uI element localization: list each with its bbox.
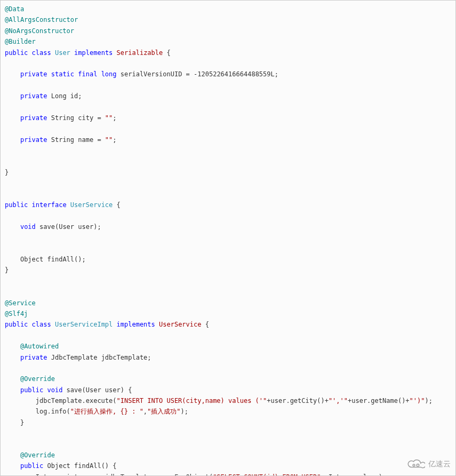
kw-public: public (20, 386, 43, 394)
log-a: log.info( (36, 408, 70, 415)
semicolon: ; (113, 136, 116, 144)
brace: { (205, 321, 209, 328)
kw-public: public (5, 201, 28, 209)
kw-long: long (97, 70, 116, 78)
iface-userservice: UserService (155, 321, 205, 328)
code-block: @Data @AllArgsConstructor @NoArgsConstru… (0, 0, 456, 476)
kw-private: private (20, 70, 47, 78)
class-user: User (51, 49, 74, 57)
serial-uid: serialVersionUID = -1205226416664488559L… (117, 70, 278, 78)
kw-public: public (5, 49, 28, 57)
field-city: String city = (47, 114, 105, 122)
kw-private: private (20, 92, 47, 100)
annotation-override: @Override (20, 451, 55, 459)
kw-static: static (47, 70, 74, 78)
log-msg-1: "进行插入操作, {} : " (70, 408, 143, 415)
save-sql-3: "')" (410, 397, 425, 404)
empty-string: "" (105, 114, 113, 122)
kw-public: public (5, 321, 28, 328)
save-end: ); (425, 397, 433, 404)
annotation-data: @Data (5, 5, 24, 13)
iface-serializable: Serializable (113, 49, 166, 57)
field-id: Long id; (47, 92, 82, 100)
findall-end: , Integer.class); (321, 473, 386, 476)
save-exec-a: jdbcTemplate.execute( (36, 397, 117, 404)
kw-implements: implements (74, 49, 113, 57)
comma: , (143, 408, 147, 415)
close-brace: } (20, 419, 24, 426)
svg-point-0 (413, 464, 415, 466)
empty-string: "" (105, 136, 113, 144)
method-findall: Object findAll() { (43, 462, 116, 470)
watermark-text: 亿速云 (428, 458, 451, 471)
kw-interface: interface (28, 201, 66, 209)
kw-private: private (20, 114, 47, 122)
annotation-slf4j: @Slf4j (5, 310, 28, 318)
cloud-icon (406, 458, 425, 470)
watermark: 亿速云 (406, 458, 451, 471)
save-sql-1: "INSERT INTO USER(city,name) values ('" (117, 397, 267, 404)
save-concat-2: +user.getName()+ (348, 397, 410, 404)
log-msg-2: "插入成功" (147, 408, 180, 415)
kw-void: void (20, 223, 36, 231)
findall-sql: "SELECT COUNT(id) FROM USER" (213, 473, 321, 476)
kw-public: public (20, 462, 43, 470)
save-concat-1: +user.getCity()+ (267, 397, 329, 404)
field-jdbctemplate: JdbcTemplate jdbcTemplate; (47, 354, 151, 361)
kw-class: class (28, 321, 51, 328)
kw-private: private (20, 136, 47, 144)
semicolon: ; (113, 114, 116, 122)
iface-userservice: UserService (67, 201, 117, 209)
method-findall-decl: Object findAll(); (20, 256, 86, 263)
class-userserviceimpl: UserServiceImpl (51, 321, 117, 328)
save-sql-2: "','" (329, 397, 348, 404)
brace: { (166, 49, 170, 57)
brace: { (117, 201, 121, 209)
field-name: String name = (47, 136, 105, 144)
svg-point-1 (417, 464, 419, 467)
kw-final: final (74, 70, 97, 78)
annotation-noargs: @NoArgsConstructor (5, 27, 74, 35)
method-save-decl: save(User user); (36, 223, 101, 231)
kw-implements: implements (117, 321, 155, 328)
annotation-override: @Override (20, 375, 55, 383)
findall-a: Integer integer = jdbcTemplate.queryForO… (36, 473, 213, 476)
close-brace: } (5, 169, 9, 176)
kw-private: private (20, 354, 47, 361)
annotation-service: @Service (5, 299, 36, 307)
annotation-autowired: @Autowired (20, 343, 59, 350)
close-brace: } (5, 266, 9, 274)
kw-class: class (28, 49, 51, 57)
log-end: ); (181, 408, 188, 415)
annotation-allargs: @AllArgsConstructor (5, 16, 78, 23)
annotation-builder: @Builder (5, 38, 36, 45)
method-save: save(User user) { (62, 386, 132, 394)
kw-void: void (43, 386, 62, 394)
